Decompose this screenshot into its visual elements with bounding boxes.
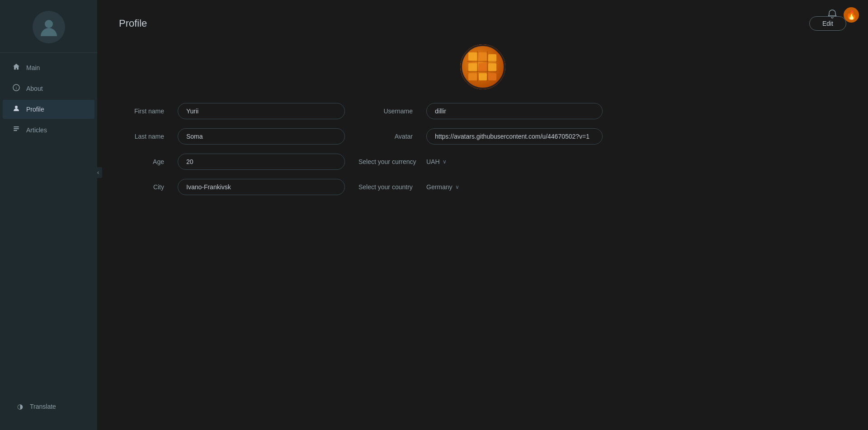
- city-label: City: [119, 183, 164, 191]
- topbar: 🔥: [818, 0, 868, 30]
- currency-dropdown[interactable]: UAH ∨: [426, 156, 603, 167]
- sidebar-item-articles[interactable]: Articles: [3, 121, 94, 140]
- notification-bell-icon[interactable]: [827, 9, 837, 21]
- svg-rect-9: [479, 52, 487, 61]
- first-name-label: First name: [119, 108, 164, 115]
- articles-icon: [12, 126, 21, 135]
- svg-rect-4: [14, 126, 19, 127]
- sidebar-item-main-label: Main: [26, 64, 40, 71]
- sidebar-item-about[interactable]: i About: [3, 79, 94, 98]
- translate-icon: ◑: [15, 402, 24, 411]
- svg-point-0: [45, 20, 53, 28]
- svg-rect-8: [468, 52, 477, 61]
- sidebar-collapse-button[interactable]: ‹: [94, 167, 102, 178]
- country-label: Select your country: [359, 183, 413, 191]
- home-icon: [12, 63, 21, 72]
- svg-point-3: [15, 106, 18, 108]
- sidebar-item-profile-label: Profile: [26, 106, 44, 113]
- sidebar-item-about-label: About: [26, 85, 43, 92]
- svg-rect-14: [468, 73, 477, 80]
- info-icon: i: [12, 84, 21, 93]
- sidebar-avatar-area: [0, 0, 97, 53]
- last-name-label: Last name: [119, 133, 164, 140]
- sidebar-nav: Main i About Profile: [0, 57, 97, 397]
- username-label: Username: [359, 108, 413, 115]
- topbar-user-avatar[interactable]: 🔥: [844, 7, 859, 23]
- profile-header: Profile Edit: [119, 16, 846, 31]
- sidebar-item-translate[interactable]: ◑ Translate: [6, 397, 91, 416]
- svg-rect-13: [488, 63, 496, 71]
- currency-value: UAH: [426, 158, 440, 165]
- chevron-down-icon-country: ∨: [455, 184, 459, 190]
- person-icon: [12, 105, 21, 114]
- sidebar: Main i About Profile: [0, 0, 97, 430]
- first-name-input[interactable]: [178, 103, 345, 119]
- avatar-input[interactable]: [426, 128, 603, 145]
- svg-rect-5: [14, 128, 19, 129]
- last-name-input[interactable]: [178, 128, 345, 145]
- profile-form: First name Username Last name Avatar Age…: [119, 103, 846, 195]
- chevron-down-icon: ∨: [443, 159, 447, 165]
- profile-avatar-image[interactable]: [460, 44, 505, 89]
- sidebar-item-profile[interactable]: Profile: [3, 100, 94, 119]
- svg-rect-6: [14, 130, 17, 131]
- svg-rect-15: [479, 73, 487, 80]
- sidebar-user-avatar: [33, 11, 65, 43]
- flame-icon: 🔥: [846, 9, 857, 20]
- svg-rect-12: [479, 63, 487, 71]
- profile-area: Profile Edit: [97, 0, 868, 211]
- sidebar-item-articles-label: Articles: [26, 126, 47, 134]
- username-input[interactable]: [426, 103, 603, 119]
- svg-rect-16: [488, 73, 496, 80]
- age-label: Age: [119, 158, 164, 165]
- sidebar-item-main[interactable]: Main: [3, 58, 94, 77]
- avatar-label: Avatar: [359, 133, 413, 140]
- svg-text:i: i: [16, 86, 17, 90]
- country-value: Germany: [426, 183, 453, 191]
- city-input[interactable]: [178, 179, 345, 195]
- main-content: 🔥 Profile Edit: [97, 0, 868, 430]
- age-input[interactable]: [178, 154, 345, 170]
- profile-title: Profile: [119, 18, 147, 29]
- chevron-left-icon: ‹: [97, 169, 99, 176]
- svg-rect-11: [468, 63, 477, 71]
- translate-label: Translate: [30, 403, 56, 410]
- profile-avatar-area: [119, 44, 846, 89]
- currency-label: Select your currency: [359, 158, 413, 165]
- country-dropdown[interactable]: Germany ∨: [426, 182, 603, 192]
- sidebar-footer: ◑ Translate: [0, 397, 97, 421]
